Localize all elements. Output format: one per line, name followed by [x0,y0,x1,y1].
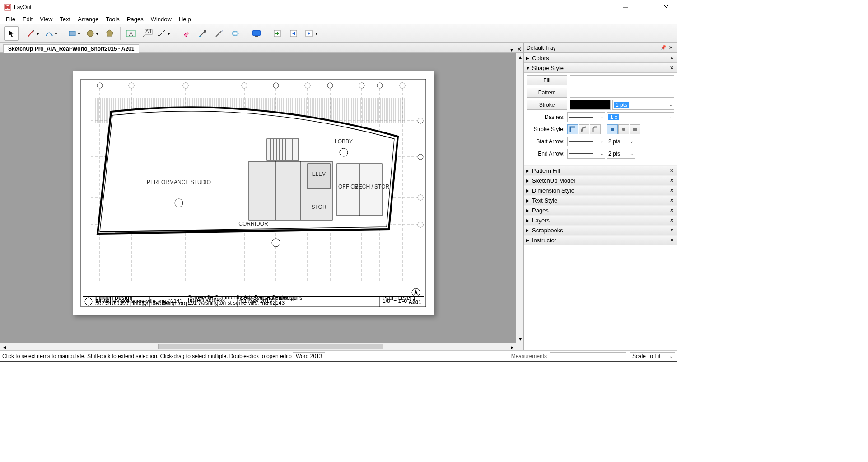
close-icon[interactable]: ✕ [668,168,675,174]
close-icon[interactable]: ✕ [668,65,675,71]
panel-pattern-fill[interactable]: ▶Pattern Fill✕ [524,165,677,175]
menu-tools[interactable]: Tools [102,15,123,24]
panel-colors[interactable]: ▶ Colors ✕ [524,53,677,63]
minimize-button[interactable] [615,0,635,14]
start-arrow-combo[interactable]: ⌄ [567,137,605,146]
maximize-button[interactable] [635,0,656,14]
split-tool[interactable] [212,26,226,41]
start-arrow-size-combo[interactable]: 2 pts⌄ [607,137,635,146]
text-tool[interactable]: A [124,26,138,41]
menu-pages[interactable]: Pages [123,15,147,24]
close-icon[interactable]: ✕ [668,217,675,223]
pattern-swatch[interactable] [570,88,674,98]
cap-round-toggle[interactable] [618,124,629,134]
stroke-swatch[interactable] [570,100,611,110]
presentation-tool[interactable] [249,26,264,41]
chevron-right-icon: ▶ [526,56,532,61]
panel-layers[interactable]: ▶Layers✕ [524,215,677,225]
next-page-button[interactable]: ▾ [303,26,320,41]
end-arrow-combo[interactable]: ⌄ [567,149,605,159]
join-tool[interactable] [228,26,243,41]
svg-line-13 [159,30,165,36]
arc-tool[interactable]: ▾ [43,26,60,41]
corner-round-toggle[interactable] [579,124,589,134]
circle-tool[interactable]: ▾ [84,26,101,41]
canvas[interactable]: PERFORMANCE STUDIO CORRIDOR STOR ELEV LO… [0,53,516,343]
corner-miter-toggle[interactable] [567,124,578,134]
svg-rect-20 [255,36,258,37]
pattern-toggle[interactable]: Pattern [527,88,567,98]
tooltip-popup: Word 2013 [293,352,325,360]
panel-shape-style[interactable]: ▼ Shape Style ✕ [524,63,677,73]
style-tool[interactable] [196,26,210,41]
select-tool[interactable] [4,26,19,41]
drawing-page[interactable]: PERFORMANCE STUDIO CORRIDOR STOR ELEV LO… [73,71,434,315]
svg-point-50 [418,222,423,227]
dimension-tool[interactable]: ▾ [156,26,173,41]
stroke-style-label: Stroke Style: [527,126,567,132]
panel-sketchup-model[interactable]: ▶SketchUp Model✕ [524,175,677,185]
panel-instructor[interactable]: ▶Instructor✕ [524,235,677,245]
cap-flat-toggle[interactable] [607,124,618,134]
scroll-left-icon[interactable]: ◂ [0,343,8,351]
status-hint: Click to select items to manipulate. Shi… [2,353,292,359]
dash-style-combo[interactable]: ⌄ [567,112,605,122]
tab-list-dropdown[interactable]: ▼ [508,48,515,52]
menu-edit[interactable]: Edit [19,15,36,24]
tray-title-bar[interactable]: Default Tray 📌 ✕ [524,43,677,53]
corner-bevel-toggle[interactable] [590,124,601,134]
scroll-up-icon[interactable]: ▴ [516,53,524,61]
svg-point-17 [233,33,237,35]
close-icon[interactable]: ✕ [668,207,675,213]
menu-window[interactable]: Window [147,15,175,24]
horizontal-scrollbar[interactable]: ◂ ▸ [0,343,516,350]
panel-pages[interactable]: ▶Pages✕ [524,205,677,215]
panel-dimension-style[interactable]: ▶Dimension Style✕ [524,185,677,195]
pin-icon[interactable]: 📌 [660,45,667,51]
label-tool[interactable]: A1 [140,26,154,41]
panel-scrapbooks[interactable]: ▶Scrapbooks✕ [524,225,677,235]
vertical-scrollbar[interactable]: ▴ ▾ [516,53,523,343]
line-tool[interactable]: ▾ [25,26,42,41]
stroke-toggle[interactable]: Stroke [527,100,567,110]
tab-close-button[interactable]: ✕ [515,46,523,52]
svg-point-30 [242,83,247,88]
close-icon[interactable]: ✕ [668,227,675,233]
rev-label: Revisions [279,295,302,301]
prev-page-button[interactable] [287,26,301,41]
menu-text[interactable]: Text [56,15,74,24]
scroll-thumb[interactable] [158,344,383,349]
cap-square-toggle[interactable] [630,124,640,134]
measurements-input[interactable] [550,352,626,360]
rectangle-tool[interactable]: ▾ [66,26,83,41]
chevron-down-icon: ▼ [526,66,532,71]
close-icon[interactable]: ✕ [668,178,675,184]
close-icon[interactable]: ✕ [668,237,675,243]
close-icon[interactable]: ✕ [668,55,675,61]
menu-arrange[interactable]: Arrange [74,15,102,24]
menu-view[interactable]: View [36,15,56,24]
close-icon[interactable]: ✕ [667,45,674,51]
polygon-tool[interactable] [103,26,117,41]
add-page-button[interactable] [271,26,285,41]
eraser-tool[interactable] [179,26,194,41]
panel-text-style[interactable]: ▶Text Style✕ [524,195,677,205]
dashes-label: Dashes: [527,114,567,120]
dash-scale-combo[interactable]: 1 x⌄ [607,112,674,122]
svg-rect-86 [633,128,637,131]
svg-rect-5 [69,31,75,36]
close-icon[interactable]: ✕ [668,188,675,193]
scroll-right-icon[interactable]: ▸ [508,343,516,351]
menu-file[interactable]: File [2,15,19,24]
fill-toggle[interactable]: Fill [527,75,567,85]
menu-help[interactable]: Help [175,15,195,24]
stroke-width-combo[interactable]: 1 pts⌄ [612,100,674,110]
close-button[interactable] [656,0,676,14]
scroll-down-icon[interactable]: ▾ [516,335,524,343]
close-icon[interactable]: ✕ [668,198,675,203]
zoom-combo[interactable]: Scale To Fit⌄ [630,352,675,360]
fill-swatch[interactable] [570,75,674,85]
room-label: MECH / STOR [354,184,390,190]
end-arrow-size-combo[interactable]: 2 pts⌄ [607,149,635,159]
document-tab[interactable]: SketchUp Pro_AIA_Real-World_Short2015 - … [3,44,139,53]
